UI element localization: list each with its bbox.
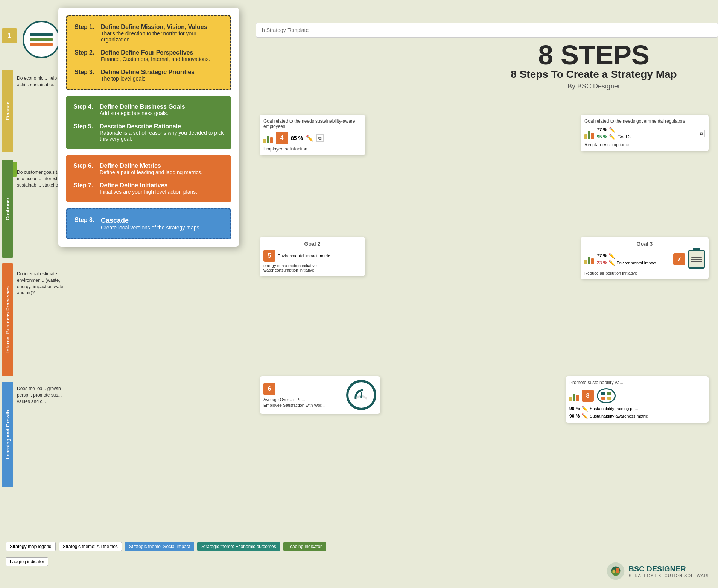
- step7-heading: Define Define Initiatives: [100, 182, 197, 189]
- goal5-badge: 5: [263, 250, 275, 262]
- step4-row: Step 4. Define Define Business Goals Add…: [73, 103, 224, 116]
- cascade-icon-8: [597, 388, 616, 403]
- goal7-pct1: 77 %: [597, 253, 607, 258]
- clipboard-icon-7: [688, 250, 705, 269]
- legend-leading[interactable]: Leading indicator: [283, 542, 326, 551]
- clip-line-3: [691, 261, 702, 262]
- step6-content: Define Define Metrics Define a pair of l…: [100, 163, 202, 175]
- svg-rect-3: [607, 392, 611, 395]
- step6-row: Step 6. Define Define Metrics Define a p…: [73, 163, 224, 175]
- step2-num: Step 2.: [75, 49, 95, 62]
- step8-content: Cascade Create local versions of the str…: [101, 217, 201, 231]
- goal7-env-label: Environmental impact: [616, 261, 656, 265]
- goal3i-chart: [584, 254, 594, 264]
- goal8-header: Promote sustainability va...: [569, 380, 705, 385]
- goal4-pct: 85 %: [291, 135, 303, 141]
- step5-heading: Describe Describe Rationale: [100, 123, 224, 130]
- step2-content: Define Define Four Perspectives Finance,…: [101, 49, 210, 62]
- g8-bar1: [569, 397, 572, 401]
- copy-icon-4[interactable]: ⧉: [316, 134, 324, 142]
- step6-desc: Define a pair of leading and lagging met…: [100, 169, 202, 175]
- goal3-internal-card: Goal 3 77 % ✏️ 23 % ✏️ Environmental imp…: [581, 237, 709, 279]
- goal6-content: 6 Average Over... s Pe... Employee Satis…: [263, 383, 342, 407]
- goal8-label1: Sustainability training pe...: [590, 406, 638, 411]
- step8-heading: Cascade: [101, 217, 201, 225]
- step8-row: Step 8. Cascade Create local versions of…: [75, 217, 223, 231]
- legend-theme-all[interactable]: Strategic theme: All themes: [59, 542, 122, 551]
- sub-title: 8 Steps To Create a Strategy Map: [477, 68, 710, 81]
- svg-rect-4: [601, 397, 605, 400]
- g3i-bar3: [591, 258, 594, 264]
- steps-green-box: Step 4. Define Define Business Goals Add…: [66, 96, 231, 149]
- legend-bar: Strategy map legend Strategic theme: All…: [0, 539, 718, 554]
- goal4-label: Employee satisfaction: [263, 146, 361, 152]
- chart-bar-3: [270, 137, 273, 143]
- goal3-pct1: 77 %: [597, 127, 607, 132]
- legend-map[interactable]: Strategy map legend: [6, 542, 56, 551]
- step4-num: Step 4.: [73, 103, 94, 116]
- svg-rect-2: [601, 392, 605, 395]
- goal8-badge: 8: [582, 390, 594, 402]
- step5-desc: Rationale is a set of reasons why you de…: [100, 130, 224, 142]
- perspective-internal: Internal Business Processes: [2, 263, 13, 376]
- step7-content: Define Define Initiatives Initiatives ar…: [100, 182, 197, 195]
- by-line: By BSC Designer: [477, 82, 710, 90]
- goal4-badge: 4: [276, 132, 288, 144]
- step1-row: Step 1. Define Define Mission, Vision, V…: [75, 24, 223, 43]
- legend-theme-social[interactable]: Strategic theme: Social impact: [125, 542, 194, 551]
- goal3-chart: [584, 128, 594, 139]
- chart-bar-2: [267, 136, 269, 143]
- perspective-learning: Learning and Growth: [2, 382, 13, 487]
- goal6-badge: 6: [263, 383, 275, 395]
- circle-logo-icon: [23, 21, 60, 58]
- search-bar[interactable]: h Strategy Template: [256, 23, 718, 38]
- svg-rect-5: [607, 397, 611, 400]
- clipboard-top-7: [693, 248, 700, 251]
- goal3-card: Goal related to the needs governmental r…: [581, 115, 709, 151]
- goal5-init2: water consumption initiative: [263, 268, 361, 272]
- goal8-card: Promote sustainability va... 8 90 %: [566, 376, 709, 423]
- step6-heading: Define Define Metrics: [100, 163, 202, 169]
- pencil-icon-4[interactable]: ✏️: [306, 135, 313, 142]
- cascade-arrows-svg: [601, 391, 612, 400]
- step3-desc: The top-level goals.: [101, 76, 195, 82]
- clip-line-1: [691, 257, 702, 258]
- g3i-bar2: [588, 257, 590, 264]
- steps-yellow-box: Step 1. Define Define Mission, Vision, V…: [66, 15, 231, 90]
- desc-learning: Does the lea... growth persp... promote …: [17, 386, 66, 404]
- perspective-customer: Customer: [2, 160, 13, 258]
- steps-overlay-card: Step 1. Define Define Mission, Vision, V…: [58, 8, 239, 247]
- main-title: 8 STEPS: [477, 41, 710, 68]
- bar-3: [30, 43, 53, 46]
- bsc-logo-text: BSC DESIGNER STRATEGY EXECUTION SOFTWARE: [629, 565, 710, 578]
- goal6-label1: Average Over... s Pe...: [263, 397, 342, 402]
- goal3-pct2: 95 %: [597, 134, 607, 140]
- chart-bar-g3-2: [588, 131, 590, 139]
- bsc-logo-svg: [606, 562, 625, 580]
- desc-internal: Do internal estimate... environmen... (w…: [17, 271, 66, 296]
- step2-desc: Finance, Customers, Internal, and Innova…: [101, 56, 210, 62]
- search-text: h Strategy Template: [262, 27, 309, 33]
- goal8-label2: Sustainability awareness metric: [590, 414, 648, 418]
- goal4-header: Goal related to the needs sustainability…: [263, 119, 361, 129]
- pencil-icon-3a[interactable]: ✏️: [609, 127, 615, 133]
- steps-blue-box: Step 8. Cascade Create local versions of…: [66, 208, 231, 239]
- goal7-initiative: Reduce air pollution initiative: [584, 271, 705, 275]
- copy-icon-3[interactable]: ⧉: [698, 130, 705, 137]
- pencil-icon-7a[interactable]: ✏️: [608, 253, 615, 259]
- gauge-icon-6: [346, 380, 376, 410]
- pencil-icon-8a[interactable]: ✏️: [581, 406, 588, 412]
- step2-row: Step 2. Define Define Four Perspectives …: [75, 49, 223, 62]
- legend-theme-economic[interactable]: Strategic theme: Economic outcomes: [197, 542, 280, 551]
- pencil-icon-8b[interactable]: ✏️: [581, 413, 588, 419]
- legend-lagging[interactable]: Lagging indicator: [6, 557, 48, 566]
- goal2-card: Goal 2 5 Environmental impact metric ene…: [260, 237, 365, 276]
- pencil-icon-7b[interactable]: ✏️: [608, 260, 615, 266]
- goal6-card: 6 Average Over... s Pe... Employee Satis…: [260, 376, 380, 414]
- chart-bar-g3-1: [584, 134, 587, 139]
- step1-content: Define Define Mission, Vision, Values Th…: [101, 24, 223, 43]
- g3i-bar1: [584, 260, 587, 264]
- pencil-icon-3b[interactable]: ✏️: [609, 134, 615, 140]
- step8-num: Step 8.: [75, 217, 95, 231]
- goal5-label-env: Environmental impact metric: [278, 254, 330, 258]
